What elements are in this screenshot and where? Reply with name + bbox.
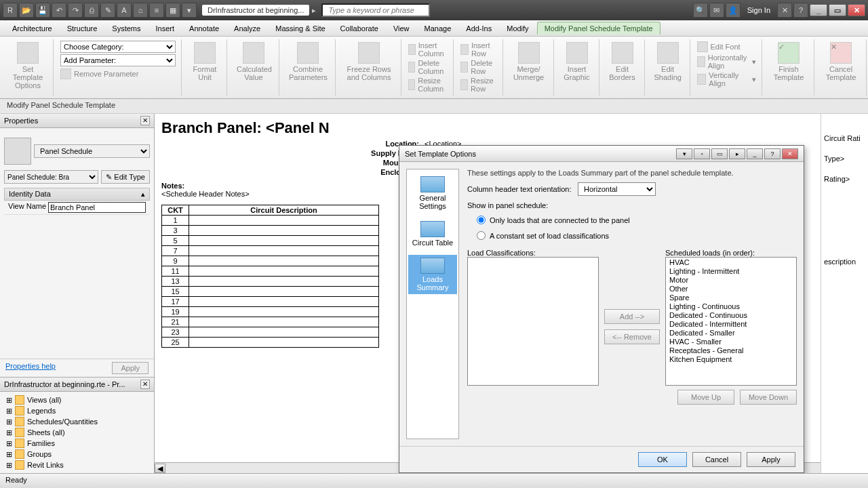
apply-button[interactable]: Apply [112,362,149,374]
search-icon[interactable]: 🔍 [693,3,708,18]
tab-systems[interactable]: Systems [105,22,147,35]
tab-annotate[interactable]: Annotate [182,22,226,35]
table-row[interactable]: 23 [162,327,379,338]
list-item[interactable]: Receptacles - General [667,346,795,355]
list-item[interactable]: HVAC - Smaller [667,338,795,346]
side-circuit-table[interactable]: Circuit Table [408,218,457,249]
table-row[interactable]: 15 [162,287,379,297]
qat-icon[interactable]: ▾ [182,3,197,18]
list-item[interactable]: Lighting - Intermittent [667,267,795,276]
table-row[interactable]: 21 [162,317,379,327]
dropdown-icon[interactable]: ▸ [309,6,319,15]
scheduled-listbox[interactable]: HVACLighting - IntermittentMotorOtherSpa… [665,257,797,386]
close-icon[interactable]: ✕ [140,380,150,389]
instance-select[interactable]: Panel Schedule: Bra [4,170,98,184]
search-input[interactable] [321,3,430,17]
ok-button[interactable]: OK [638,452,687,467]
dlg-btn-icon[interactable]: ▭ [711,148,728,159]
help-icon[interactable]: ? [793,3,808,18]
tab-modify-panel-schedule[interactable]: Modify Panel Schedule Template [537,22,660,35]
comm-icon[interactable]: ✉ [709,3,724,18]
tab-addins[interactable]: Add-Ins [459,22,498,35]
table-row[interactable]: 9 [162,256,379,266]
cancel-button[interactable]: Cancel [692,452,741,467]
list-item[interactable]: Other [667,285,795,293]
qat-icon[interactable]: ⌂ [133,3,148,18]
close-icon[interactable]: ✕ [848,4,865,16]
user-icon[interactable]: 👤 [726,3,741,18]
list-item[interactable]: Lighting - Continuous [667,302,795,311]
tree-item[interactable]: ⊞Revit Links [3,460,151,470]
table-row[interactable]: 25 [162,338,379,348]
table-row[interactable]: 19 [162,307,379,317]
table-row[interactable]: 5 [162,236,379,246]
tab-massing[interactable]: Massing & Site [269,22,332,35]
print-icon[interactable]: ⎙ [84,3,99,18]
tab-analyze[interactable]: Analyze [227,22,267,35]
tab-insert[interactable]: Insert [149,22,182,35]
list-item[interactable]: Spare [667,293,795,302]
cancel-template-button[interactable]: ✕Cancel Template [821,41,861,83]
redo-icon[interactable]: ↷ [68,3,83,18]
tab-collaborate[interactable]: Collaborate [334,22,385,35]
table-row[interactable]: 11 [162,266,379,277]
load-class-listbox[interactable] [467,257,599,386]
list-item[interactable]: Kitchen Equipment [667,355,795,364]
properties-help-link[interactable]: Properties help [5,362,56,374]
qat-icon[interactable]: A [117,3,132,18]
close-icon[interactable]: ✕ [782,148,798,159]
dlg-btn-icon[interactable]: ▾ [676,148,692,159]
qat-icon[interactable]: ≡ [149,3,164,18]
tab-view[interactable]: View [387,22,416,35]
radio-connected-loads[interactable] [477,216,486,224]
app-menu-icon[interactable]: R [3,3,18,18]
open-icon[interactable]: 📂 [19,3,34,18]
view-name-input[interactable] [48,202,146,213]
tree-item[interactable]: ⊞Families [3,438,151,449]
tree-item[interactable]: ⊞Sheets (all) [3,427,151,438]
finish-template-button[interactable]: ✓Finish Template [769,41,808,83]
qat-icon[interactable]: ▦ [165,3,180,18]
signin-link[interactable]: Sign In [742,6,776,14]
minimize-icon[interactable]: _ [747,148,763,159]
dlg-btn-icon[interactable]: ▸ [729,148,745,159]
choose-category-select[interactable]: Choose Category: [60,41,176,53]
list-item[interactable]: HVAC [667,258,795,267]
save-icon[interactable]: 💾 [35,3,50,18]
list-item[interactable]: Dedicated - Continuous [667,311,795,320]
exchange-icon[interactable]: ✕ [777,3,792,18]
qat-icon[interactable]: ✎ [100,3,115,18]
side-general-settings[interactable]: General Settings [408,174,457,213]
help-icon[interactable]: ? [764,148,781,159]
apply-button[interactable]: Apply [747,452,795,467]
tab-modify[interactable]: Modify [500,22,535,35]
remove-parameter-button[interactable]: Remove Parameter [60,68,138,80]
table-row[interactable]: 7 [162,246,379,256]
tab-manage[interactable]: Manage [418,22,458,35]
table-row[interactable]: 3 [162,226,379,236]
prop-group[interactable]: Identity Data▴ [4,188,150,201]
table-row[interactable]: 13 [162,277,379,287]
list-item[interactable]: Dedicated - Intermittent [667,320,795,329]
tab-structure[interactable]: Structure [60,22,104,35]
edit-type-button[interactable]: ✎ Edit Type [101,170,150,184]
tab-architecture[interactable]: Architecture [5,22,59,35]
table-row[interactable]: 1 [162,216,379,226]
add-parameter-select[interactable]: Add Parameter: [60,54,176,66]
tree-item[interactable]: ⊞Views (all) [3,394,151,405]
dlg-btn-icon[interactable]: ▫ [694,148,710,159]
close-icon[interactable]: ✕ [140,116,150,125]
tree-item[interactable]: ⊞Legends [3,405,151,416]
radio-constant-set[interactable] [477,231,486,240]
minimize-icon[interactable]: _ [810,4,827,16]
orient-select[interactable]: Horizontal [578,182,656,196]
tree-item[interactable]: ⊞Schedules/Quantities [3,416,151,427]
tree-item[interactable]: ⊞Groups [3,449,151,460]
side-loads-summary[interactable]: Loads Summary [408,255,457,294]
list-item[interactable]: Dedicated - Smaller [667,329,795,338]
table-row[interactable]: 17 [162,297,379,307]
list-item[interactable]: Motor [667,276,795,285]
restore-icon[interactable]: ▭ [829,4,846,16]
undo-icon[interactable]: ↶ [52,3,66,18]
set-template-button[interactable]: Set Template Options [8,41,47,91]
